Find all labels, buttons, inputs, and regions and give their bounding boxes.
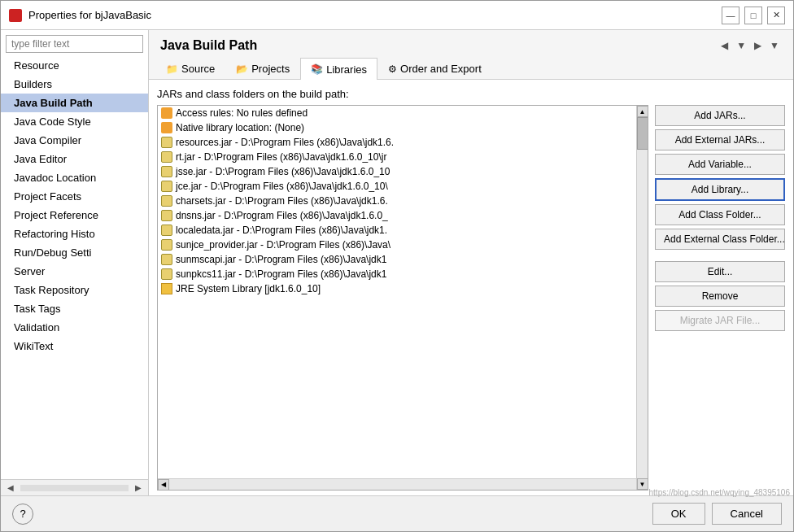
maximize-button[interactable]: □ [744,7,762,24]
dialog-buttons: OK Cancel [652,503,782,525]
jar-icon [161,151,172,163]
sidebar-item[interactable]: Java Editor [1,150,148,168]
scroll-left-arrow-h[interactable]: ◀ [158,479,169,491]
panel-label: JARs and class folders on the build path… [157,88,785,100]
close-button[interactable]: ✕ [767,7,785,24]
title-bar: Properties for bjJavaBasic — □ ✕ [1,1,793,30]
buttons-panel: Add JARs...Add External JARs...Add Varia… [655,105,785,491]
sidebar-item[interactable]: Java Compiler [1,131,148,150]
list-item[interactable]: dnsns.jar - D:\Program Files (x86)\Java\… [158,208,648,223]
jar-icon [161,254,172,265]
title-bar-left: Properties for bjJavaBasic [9,9,151,22]
nav-back-dropdown[interactable]: ▼ [734,38,748,53]
scroll-up-arrow[interactable]: ▲ [637,106,648,117]
list-item[interactable]: rt.jar - D:\Program Files (x86)\Java\jdk… [158,150,648,164]
tab-icon: 📚 [311,63,323,75]
nav-forward-dropdown[interactable]: ▼ [767,38,782,53]
scroll-track-v[interactable] [637,117,648,478]
sidebar-item[interactable]: Java Build Path [1,94,148,112]
list-item-text: localedata.jar - D:\Program Files (x86)\… [176,225,387,236]
action-button-edit---[interactable]: Edit... [655,261,785,282]
list-item[interactable]: Native library location: (None) [158,120,648,135]
vertical-scrollbar[interactable]: ▲ ▼ [636,106,648,490]
jar-icon [161,239,172,251]
main-window: Properties for bjJavaBasic — □ ✕ Resourc… [0,0,794,532]
help-button[interactable]: ? [12,504,33,525]
button-spacer [655,253,785,258]
sidebar-item[interactable]: WikiText [1,337,148,355]
scroll-thumb-v[interactable] [637,117,648,150]
sidebar-item[interactable]: Run/Debug Setti [1,243,148,262]
nav-forward-button[interactable]: ▶ [752,38,764,53]
horizontal-scrollbar[interactable]: ◀ ▶ [158,478,648,490]
tab-label: Order and Export [400,63,482,75]
list-item-text: sunpkcs11.jar - D:\Program Files (x86)\J… [176,268,386,280]
ok-button[interactable]: OK [652,503,705,525]
action-button-add-variable---[interactable]: Add Variable... [655,154,785,175]
action-button-add-external-class-folder---[interactable]: Add External Class Folder... [655,229,785,250]
minimize-button[interactable]: — [722,7,739,24]
action-button-add-external-jars---[interactable]: Add External JARs... [655,129,785,150]
list-item-text: dnsns.jar - D:\Program Files (x86)\Java\… [176,210,388,221]
nav-back-button[interactable]: ◀ [718,38,731,53]
sidebar-item[interactable]: Java Code Style [1,112,148,131]
sidebar: ResourceBuildersJava Build PathJava Code… [1,30,149,495]
tab-libraries[interactable]: 📚Libraries [300,58,377,80]
list-scroll[interactable]: Access rules: No rules definedNative lib… [158,106,648,478]
tab-icon: 📂 [236,63,248,75]
jre-icon [161,283,172,294]
sidebar-item[interactable]: Task Repository [1,281,148,299]
tab-projects[interactable]: 📂Projects [225,58,300,79]
list-item-text: charsets.jar - D:\Program Files (x86)\Ja… [176,195,388,207]
jar-icon [161,210,172,221]
list-item[interactable]: Access rules: No rules defined [158,106,648,120]
filter-input[interactable] [6,35,143,53]
list-item[interactable]: localedata.jar - D:\Program Files (x86)\… [158,223,648,238]
sidebar-item[interactable]: Validation [1,318,148,337]
list-item[interactable]: sunjce_provider.jar - D:\Program Files (… [158,238,648,252]
list-item[interactable]: charsets.jar - D:\Program Files (x86)\Ja… [158,194,648,208]
jar-icon [161,225,172,236]
tabs-bar: 📁Source📂Projects📚Libraries⚙Order and Exp… [149,58,793,80]
sidebar-item[interactable]: Javadoc Location [1,168,148,187]
list-item[interactable]: sunpkcs11.jar - D:\Program Files (x86)\J… [158,267,648,281]
action-button-add-library---[interactable]: Add Library... [655,178,785,201]
scroll-left-arrow[interactable]: ◀ [4,482,17,494]
tab-source[interactable]: 📁Source [155,58,225,79]
list-item[interactable]: resources.jar - D:\Program Files (x86)\J… [158,135,648,150]
jar-icon [161,195,172,207]
jar-icon [161,181,172,192]
scroll-down-arrow[interactable]: ▼ [637,478,648,490]
sidebar-item[interactable]: Task Tags [1,299,148,318]
sidebar-item[interactable]: Builders [1,75,148,94]
cancel-button[interactable]: Cancel [712,503,782,525]
sidebar-item[interactable]: Resource [1,56,148,75]
action-button-migrate-jar-file---: Migrate JAR File... [655,310,785,331]
rule-icon [161,107,172,119]
rule-icon [161,122,172,133]
list-item-text: JRE System Library [jdk1.6.0_10] [176,283,321,294]
sidebar-item[interactable]: Refactoring Histo [1,225,148,243]
action-button-add-jars---[interactable]: Add JARs... [655,105,785,126]
list-item[interactable]: jsse.jar - D:\Program Files (x86)\Java\j… [158,164,648,179]
sidebar-item[interactable]: Project Reference [1,206,148,225]
scroll-track-h[interactable] [169,479,636,491]
header-nav: ◀ ▼ ▶ ▼ [718,38,782,53]
watermark: https://blog.csdn.net/wqying_48395106 [649,488,790,497]
list-item[interactable]: JRE System Library [jdk1.6.0_10] [158,281,648,296]
action-button-remove[interactable]: Remove [655,286,785,307]
panel-body: Access rules: No rules definedNative lib… [157,105,785,491]
panel: JARs and class folders on the build path… [149,80,793,495]
list-item-text: jce.jar - D:\Program Files (x86)\Java\jd… [176,181,388,192]
list-item[interactable]: jce.jar - D:\Program Files (x86)\Java\jd… [158,179,648,194]
scroll-right-arrow[interactable]: ▶ [132,482,145,494]
action-button-add-class-folder---[interactable]: Add Class Folder... [655,204,785,225]
window-title: Properties for bjJavaBasic [28,9,151,21]
list-item[interactable]: sunmscapi.jar - D:\Program Files (x86)\J… [158,252,648,267]
sidebar-item[interactable]: Project Facets [1,187,148,206]
sidebar-item[interactable]: Server [1,262,148,281]
bottom-bar: ? OK Cancel https://blog.csdn.net/wqying… [1,495,793,531]
list-item-text: rt.jar - D:\Program Files (x86)\Java\jdk… [176,151,386,163]
tab-order-and-export[interactable]: ⚙Order and Export [377,58,492,79]
sidebar-scrollbar: ◀ ▶ [1,479,148,495]
